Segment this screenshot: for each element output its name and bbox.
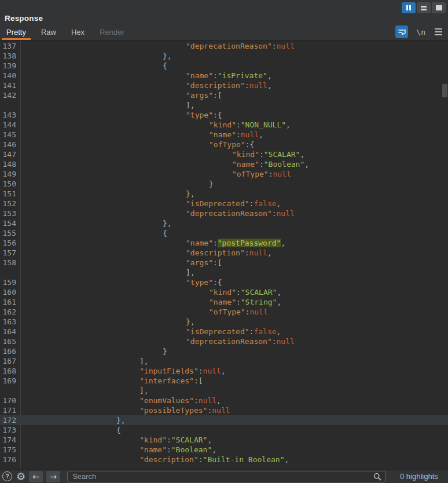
code-text: "deprecationReason":null — [21, 336, 448, 346]
show-newlines-toggle[interactable]: \n — [414, 28, 427, 36]
search-icon — [373, 473, 381, 481]
line-number: 157 — [0, 248, 16, 258]
line-number: 149 — [0, 169, 16, 179]
code-text: "kind":"SCALAR", — [21, 287, 448, 297]
view-layout-controls — [402, 2, 446, 13]
tab-hex[interactable]: Hex — [67, 25, 89, 40]
highlights-count: 0 highlights — [385, 472, 448, 481]
scrollbar-thumb[interactable] — [442, 84, 447, 97]
code-line: 158"args":[ — [0, 258, 448, 268]
line-number: 151 — [0, 189, 16, 199]
line-number: 160 — [0, 287, 16, 297]
line-number: 154 — [0, 218, 16, 228]
single-pane-view-button[interactable] — [432, 2, 446, 13]
code-line: 162"ofType":null — [0, 307, 448, 317]
code-text: "enumValues":null, — [21, 396, 448, 405]
code-line: 149"ofType":null — [0, 169, 448, 179]
code-text: ], — [21, 268, 448, 277]
line-number: 166 — [0, 346, 16, 356]
word-wrap-toggle[interactable] — [395, 25, 408, 38]
code-text: "name":"postPassword", — [21, 238, 448, 248]
code-text: "deprecationReason":null — [21, 41, 448, 51]
code-text: { — [21, 61, 448, 71]
code-line: 159"type":{ — [0, 277, 448, 287]
editor-toolbar: \n — [395, 25, 443, 39]
line-number: 141 — [0, 80, 16, 90]
line-number: 152 — [0, 199, 16, 208]
code-line: 152"isDeprecated":false, — [0, 199, 448, 208]
pause-icon — [406, 5, 411, 10]
code-text: "args":[ — [21, 90, 448, 100]
newline-icon: \n — [416, 28, 425, 36]
code-line: 144"kind":"NON_NULL", — [0, 120, 448, 130]
code-text: ], — [21, 100, 448, 110]
code-line: 164"isDeprecated":false, — [0, 327, 448, 336]
code-line: 166} — [0, 346, 448, 356]
code-text: }, — [21, 317, 448, 327]
search-button[interactable] — [373, 473, 381, 481]
help-button[interactable]: ? — [2, 471, 12, 481]
line-number: 158 — [0, 258, 16, 268]
hamburger-menu-icon — [435, 28, 442, 30]
code-text: "name":"Boolean", — [21, 445, 448, 455]
code-line: 153"deprecationReason":null — [0, 208, 448, 218]
search-input[interactable] — [68, 472, 373, 481]
code-text: "type":{ — [21, 110, 448, 120]
gear-icon: ⚙ — [16, 470, 25, 482]
code-text: ], — [21, 386, 448, 396]
code-line: ], — [0, 100, 448, 110]
line-number: 138 — [0, 51, 16, 61]
line-number: 156 — [0, 238, 16, 248]
view-tabs: PrettyRawHexRender — [2, 25, 135, 40]
code-line: ], — [0, 386, 448, 396]
code-text: "kind":"SCALAR", — [21, 435, 448, 445]
line-number: 162 — [0, 307, 16, 317]
editor-scrollbar[interactable] — [442, 41, 448, 469]
line-number: 147 — [0, 149, 16, 159]
word-wrap-icon — [398, 28, 406, 36]
code-line: 167], — [0, 356, 448, 366]
line-number: 175 — [0, 445, 16, 455]
code-line: 150} — [0, 179, 448, 189]
code-text: ], — [21, 356, 448, 366]
code-line: 173{ — [0, 425, 448, 435]
code-line: 137"deprecationReason":null — [0, 41, 448, 51]
code-line: 147"kind":"SCALAR", — [0, 149, 448, 159]
code-line: 139{ — [0, 61, 448, 71]
code-text: "inputFields":null, — [21, 366, 448, 376]
editor-menu-button[interactable] — [434, 27, 443, 36]
line-number: 155 — [0, 228, 16, 238]
code-text: "interfaces":[ — [21, 376, 448, 386]
code-text: "kind":"SCALAR", — [21, 149, 448, 159]
code-line: 157"description":null, — [0, 248, 448, 258]
code-line: 142"args":[ — [0, 90, 448, 100]
split-rows-view-button[interactable] — [417, 2, 431, 13]
response-editor[interactable]: 137"deprecationReason":null138},139{140"… — [0, 41, 448, 469]
code-rows: 137"deprecationReason":null138},139{140"… — [0, 41, 448, 464]
line-number: 144 — [0, 120, 16, 130]
code-text: "description":"Built-in Boolean", — [21, 455, 448, 464]
code-text: "deprecationReason":null — [21, 208, 448, 218]
previous-match-button[interactable]: ← — [29, 471, 43, 482]
tab-pretty[interactable]: Pretty — [2, 25, 31, 40]
code-line: 151}, — [0, 189, 448, 199]
pause-view-button[interactable] — [402, 2, 416, 13]
code-text: } — [21, 346, 448, 356]
code-line: 154}, — [0, 218, 448, 228]
code-text: "isDeprecated":false, — [21, 327, 448, 336]
line-number: 139 — [0, 61, 16, 71]
code-text: "name":"String", — [21, 297, 448, 307]
code-text: "name":"Boolean", — [21, 159, 448, 169]
next-match-button[interactable]: → — [46, 471, 60, 482]
code-line: 148"name":"Boolean", — [0, 159, 448, 169]
code-text: "description":null, — [21, 80, 448, 90]
code-text: "isDeprecated":false, — [21, 199, 448, 208]
search-statusbar: ? ⚙ ← → 0 highlights — [0, 469, 448, 483]
tab-raw[interactable]: Raw — [36, 25, 61, 40]
help-icon: ? — [5, 473, 9, 480]
settings-button[interactable]: ⚙ — [16, 471, 25, 482]
tab-render[interactable]: Render — [95, 25, 129, 40]
response-panel-header: Response PrettyRawHexRender \n — [0, 0, 448, 41]
line-number: 172 — [0, 415, 16, 425]
line-number: 167 — [0, 356, 16, 366]
